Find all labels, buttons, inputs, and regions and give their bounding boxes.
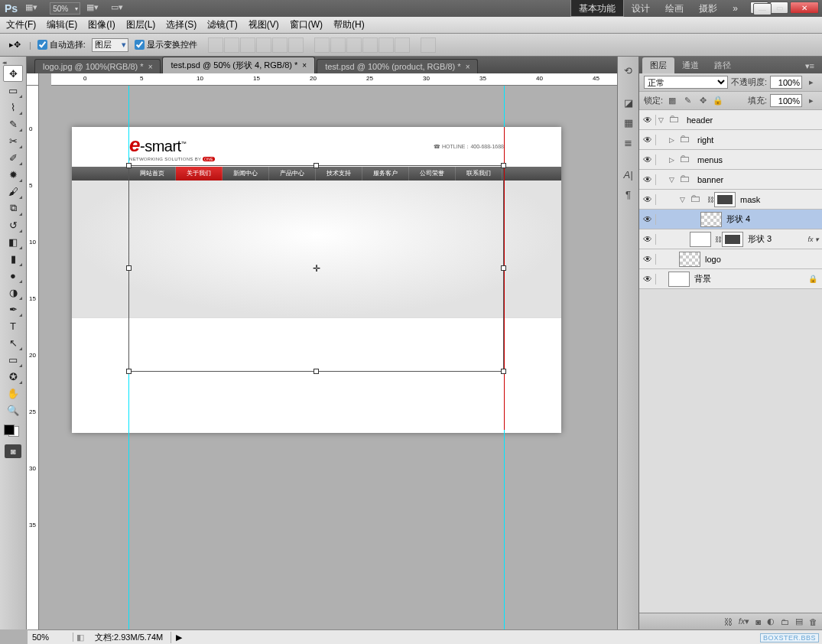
ws-tab-essentials[interactable]: 基本功能	[570, 0, 624, 17]
layer-name[interactable]: banner	[696, 175, 822, 184]
move-tool[interactable]: ✥	[3, 65, 23, 82]
ws-more[interactable]: »	[725, 0, 746, 17]
eraser-tool[interactable]: ◧	[3, 233, 23, 250]
status-doc-size[interactable]: 文档:2.93M/5.74M	[87, 632, 171, 643]
heal-tool[interactable]: ✹	[3, 166, 23, 183]
show-transform-check[interactable]: 显示变换控件	[135, 39, 197, 50]
layer-row[interactable]: 👁logo	[639, 249, 822, 269]
visibility-icon[interactable]: 👁	[639, 274, 656, 285]
layer-row[interactable]: 👁▽🗀header	[639, 110, 822, 130]
lasso-tool[interactable]: ⌇	[3, 99, 23, 115]
doc-tab-2[interactable]: test.psd @ 50% (形状 4, RGB/8) *×	[162, 57, 315, 73]
quick-select-tool[interactable]: ✎	[3, 115, 23, 132]
mask-icon[interactable]: ◙	[755, 617, 761, 626]
new-layer-icon[interactable]: ▤	[795, 616, 803, 626]
panel-tab-paths[interactable]: 路径	[707, 57, 739, 73]
menu-image[interactable]: 图像(I)	[88, 18, 115, 31]
close-icon[interactable]: ×	[302, 61, 307, 70]
lock-paint-icon[interactable]: ✎	[681, 95, 694, 107]
type-tool[interactable]: T	[3, 317, 23, 334]
handle-mr[interactable]	[501, 265, 506, 271]
marquee-tool[interactable]: ▭	[3, 82, 23, 99]
visibility-icon[interactable]: 👁	[639, 154, 656, 165]
visibility-icon[interactable]: 👁	[639, 135, 656, 145]
trash-icon[interactable]: 🗑	[809, 617, 817, 626]
menu-edit[interactable]: 编辑(E)	[47, 18, 77, 31]
align-right-icon[interactable]	[288, 37, 304, 53]
zoom-select[interactable]: 50%	[50, 2, 80, 15]
hand-tool[interactable]: ✋	[3, 385, 23, 402]
canvas[interactable]: e-smart™ NETWORKING SOLUTIONS BY ONE ☎ H…	[39, 86, 617, 629]
dodge-tool[interactable]: ◑	[3, 284, 23, 301]
layer-name[interactable]: mask	[739, 195, 822, 204]
layer-name[interactable]: menus	[696, 155, 822, 164]
foreground-swatch[interactable]	[4, 424, 15, 435]
align-top-icon[interactable]	[208, 37, 223, 53]
dist-3-icon[interactable]	[346, 37, 362, 53]
pen-tool[interactable]: ✒	[3, 301, 23, 317]
align-hmid-icon[interactable]	[272, 37, 288, 53]
menu-help[interactable]: 帮助(H)	[333, 18, 365, 31]
layer-row[interactable]: 👁▷🗀right	[639, 130, 822, 150]
char-icon[interactable]: A|	[621, 167, 636, 182]
toolbox-collapse-icon[interactable]	[0, 60, 26, 65]
paragraph-icon[interactable]: ¶	[621, 187, 636, 202]
expand-icon[interactable]: ▽	[677, 196, 687, 203]
handle-tr[interactable]	[501, 163, 506, 168]
color-icon[interactable]: ◪	[621, 95, 636, 110]
lock-trans-icon[interactable]: ▩	[666, 95, 678, 107]
bridge-icon[interactable]: ▦▾	[25, 2, 44, 15]
status-menu-icon[interactable]: ▶	[171, 633, 187, 642]
transform-center-icon[interactable]: ✛	[312, 264, 321, 273]
panel-tab-layers[interactable]: 图层	[642, 57, 674, 73]
restore-button[interactable]: ▭	[770, 2, 788, 14]
ws-tab-design[interactable]: 设计	[624, 0, 658, 17]
quickmask-icon[interactable]: ◙	[5, 444, 21, 458]
zoom-tool[interactable]: 🔍	[3, 402, 23, 418]
eyedropper-tool[interactable]: ✐	[3, 149, 23, 166]
lock-all-icon[interactable]: 🔒	[712, 95, 724, 107]
layer-row[interactable]: 👁▷🗀menus	[639, 150, 822, 170]
layer-name[interactable]: 背景	[693, 273, 808, 285]
menu-view[interactable]: 视图(V)	[249, 18, 279, 31]
close-button[interactable]: ✕	[790, 2, 819, 14]
layer-row[interactable]: 👁▽🗀banner	[639, 170, 822, 190]
screen-mode-icon[interactable]: ▭▾	[111, 2, 129, 15]
transform-box[interactable]: ✛	[128, 165, 504, 372]
visibility-icon[interactable]: 👁	[639, 115, 656, 125]
brush-tool[interactable]: 🖌	[3, 183, 23, 200]
ruler-horizontal[interactable]: 05 1015 2025 3035 4045	[51, 73, 617, 86]
handle-ml[interactable]	[126, 265, 132, 271]
menu-layer[interactable]: 图层(L)	[126, 18, 156, 31]
handle-bl[interactable]	[126, 369, 132, 374]
gradient-tool[interactable]: ▮	[3, 250, 23, 267]
align-bottom-icon[interactable]	[240, 37, 255, 53]
dist-6-icon[interactable]	[395, 37, 410, 53]
layer-name[interactable]: header	[685, 115, 822, 125]
menu-window[interactable]: 窗口(W)	[290, 18, 323, 31]
path-select-tool[interactable]: ↖	[3, 334, 23, 351]
layer-row[interactable]: 👁▽🗀⛓mask	[639, 190, 822, 210]
fill-flyout-icon[interactable]: ▸	[805, 95, 817, 107]
fx-badge[interactable]: fx ▾	[807, 236, 819, 243]
align-vmid-icon[interactable]	[224, 37, 239, 53]
blur-tool[interactable]: ●	[3, 267, 23, 284]
shape-tool[interactable]: ▭	[3, 351, 23, 368]
expand-icon[interactable]: ▷	[667, 136, 676, 144]
close-icon[interactable]: ×	[466, 63, 470, 71]
handle-tl[interactable]	[126, 163, 132, 168]
dist-5-icon[interactable]	[379, 37, 394, 53]
fx-icon[interactable]: fx▾	[739, 616, 750, 626]
auto-align-icon[interactable]	[421, 37, 436, 53]
panel-menu-icon[interactable]: ▾≡	[798, 59, 822, 73]
3d-tool[interactable]: ✪	[3, 368, 23, 385]
menu-file[interactable]: 文件(F)	[6, 18, 36, 31]
group-icon[interactable]: 🗀	[781, 617, 789, 626]
arrange-icon[interactable]: ▦▾	[86, 2, 105, 15]
history-brush-tool[interactable]: ↺	[3, 216, 23, 233]
styles-icon[interactable]: ≣	[621, 135, 636, 150]
auto-select-check[interactable]: 自动选择:	[37, 39, 86, 50]
blend-mode-select[interactable]: 正常	[644, 76, 728, 89]
ws-tab-photo[interactable]: 摄影	[691, 0, 725, 17]
crop-tool[interactable]: ✂	[3, 132, 23, 149]
